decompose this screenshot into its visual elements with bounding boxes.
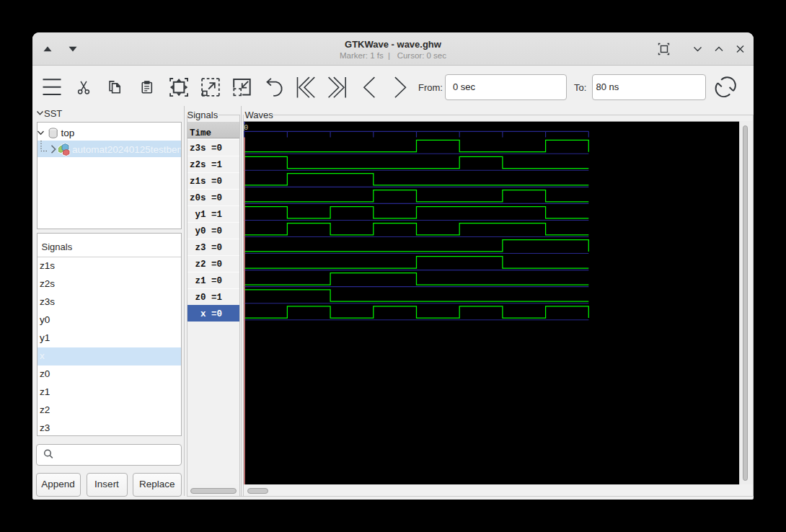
svg-text:0: 0 (244, 124, 248, 132)
